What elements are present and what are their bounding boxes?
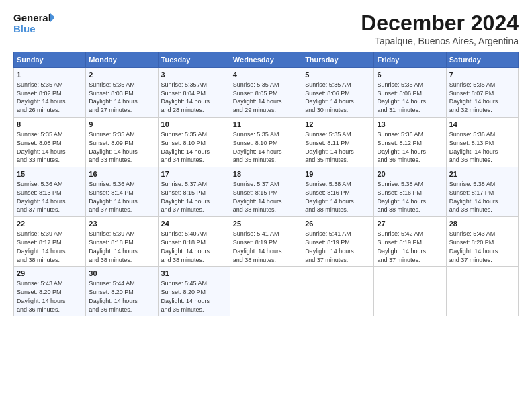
table-cell: 24Sunrise: 5:40 AMSunset: 8:18 PMDayligh… bbox=[158, 217, 230, 267]
table-cell: 26Sunrise: 5:41 AMSunset: 8:19 PMDayligh… bbox=[302, 217, 374, 267]
cell-line: and 38 minutes. bbox=[377, 206, 420, 213]
cell-line: Sunset: 8:08 PM bbox=[17, 140, 62, 146]
day-number: 27 bbox=[377, 219, 443, 229]
cell-line: and 31 minutes. bbox=[377, 107, 420, 113]
cell-line: Sunrise: 5:35 AM bbox=[89, 131, 135, 138]
cell-line: Sunrise: 5:35 AM bbox=[233, 131, 279, 138]
day-number: 26 bbox=[305, 219, 371, 229]
cell-line: and 29 minutes. bbox=[233, 107, 276, 113]
day-number: 19 bbox=[305, 169, 371, 179]
cell-line: Sunrise: 5:41 AM bbox=[305, 230, 351, 237]
table-row: 29Sunrise: 5:43 AMSunset: 8:20 PMDayligh… bbox=[14, 267, 519, 316]
table-row: 1Sunrise: 5:35 AMSunset: 8:02 PMDaylight… bbox=[14, 68, 519, 118]
cell-line: and 37 minutes. bbox=[305, 257, 348, 263]
cell-line: Sunrise: 5:45 AM bbox=[161, 280, 208, 287]
cell-line: Sunset: 8:06 PM bbox=[305, 90, 350, 97]
header: General Blue December 2024 Tapalque, Bue… bbox=[13, 11, 519, 46]
cell-line: Sunrise: 5:43 AM bbox=[449, 230, 496, 237]
logo: General Blue bbox=[13, 11, 54, 36]
day-number: 29 bbox=[17, 269, 83, 279]
day-number: 5 bbox=[305, 70, 371, 80]
cell-line: Daylight: 14 hours bbox=[89, 148, 138, 155]
cell-line: Sunset: 8:19 PM bbox=[377, 239, 422, 246]
cell-line: and 36 minutes. bbox=[89, 306, 132, 313]
table-cell bbox=[230, 267, 302, 316]
cell-line: Daylight: 14 hours bbox=[233, 98, 282, 105]
table-cell: 9Sunrise: 5:35 AMSunset: 8:09 PMDaylight… bbox=[86, 118, 158, 167]
cell-line: Sunset: 8:15 PM bbox=[161, 189, 206, 196]
cell-line: Sunset: 8:19 PM bbox=[233, 239, 278, 246]
cell-line: and 38 minutes. bbox=[17, 257, 60, 263]
day-number: 31 bbox=[161, 269, 227, 279]
table-cell: 13Sunrise: 5:36 AMSunset: 8:12 PMDayligh… bbox=[374, 118, 446, 167]
cell-line: and 35 minutes. bbox=[233, 156, 276, 163]
day-number: 2 bbox=[89, 70, 154, 80]
cell-line: Sunrise: 5:38 AM bbox=[305, 181, 351, 187]
table-cell: 17Sunrise: 5:37 AMSunset: 8:15 PMDayligh… bbox=[158, 167, 230, 217]
table-cell: 22Sunrise: 5:39 AMSunset: 8:17 PMDayligh… bbox=[14, 217, 86, 267]
table-cell: 2Sunrise: 5:35 AMSunset: 8:03 PMDaylight… bbox=[86, 68, 158, 118]
cell-line: Sunrise: 5:37 AM bbox=[233, 181, 279, 187]
table-cell: 19Sunrise: 5:38 AMSunset: 8:16 PMDayligh… bbox=[302, 167, 374, 217]
day-number: 7 bbox=[449, 70, 515, 80]
svg-text:General: General bbox=[13, 12, 51, 24]
title-block: December 2024 Tapalque, Buenos Aires, Ar… bbox=[361, 11, 519, 46]
cell-line: Sunset: 8:20 PM bbox=[449, 239, 494, 246]
cell-line: and 38 minutes. bbox=[89, 257, 132, 263]
table-cell: 8Sunrise: 5:35 AMSunset: 8:08 PMDaylight… bbox=[14, 118, 86, 167]
cell-line: Daylight: 14 hours bbox=[233, 148, 282, 155]
cell-line: Daylight: 14 hours bbox=[233, 248, 282, 255]
day-number: 6 bbox=[377, 70, 443, 80]
table-cell bbox=[302, 267, 374, 316]
table-cell: 30Sunrise: 5:44 AMSunset: 8:20 PMDayligh… bbox=[86, 267, 158, 316]
cell-line: Sunrise: 5:36 AM bbox=[17, 181, 63, 187]
table-cell: 10Sunrise: 5:35 AMSunset: 8:10 PMDayligh… bbox=[158, 118, 230, 167]
main-title: December 2024 bbox=[361, 11, 519, 36]
cell-line: Daylight: 14 hours bbox=[161, 248, 210, 255]
col-saturday: Saturday bbox=[446, 52, 518, 68]
cell-line: Daylight: 14 hours bbox=[233, 198, 282, 205]
cell-line: Sunrise: 5:41 AM bbox=[233, 230, 279, 237]
cell-line: Sunset: 8:10 PM bbox=[161, 140, 206, 146]
cell-line: and 32 minutes. bbox=[449, 107, 492, 113]
col-wednesday: Wednesday bbox=[230, 52, 302, 68]
cell-line: Daylight: 14 hours bbox=[449, 248, 498, 255]
col-sunday: Sunday bbox=[14, 52, 86, 68]
table-cell: 1Sunrise: 5:35 AMSunset: 8:02 PMDaylight… bbox=[14, 68, 86, 118]
cell-line: Sunrise: 5:36 AM bbox=[377, 131, 423, 138]
cell-line: Sunset: 8:15 PM bbox=[233, 189, 278, 196]
cell-line: and 27 minutes. bbox=[89, 107, 132, 113]
cell-line: Sunset: 8:07 PM bbox=[449, 90, 494, 97]
cell-line: Sunset: 8:20 PM bbox=[161, 289, 206, 295]
cell-line: Sunrise: 5:37 AM bbox=[161, 181, 208, 187]
day-number: 8 bbox=[17, 120, 83, 130]
cell-line: Daylight: 14 hours bbox=[449, 98, 498, 105]
cell-line: Sunrise: 5:42 AM bbox=[377, 230, 423, 237]
table-cell: 28Sunrise: 5:43 AMSunset: 8:20 PMDayligh… bbox=[446, 217, 518, 267]
cell-line: Sunrise: 5:43 AM bbox=[17, 280, 63, 287]
cell-line: Sunset: 8:13 PM bbox=[17, 189, 62, 196]
day-number: 13 bbox=[377, 120, 443, 130]
cell-line: Daylight: 14 hours bbox=[17, 98, 66, 105]
table-row: 8Sunrise: 5:35 AMSunset: 8:08 PMDaylight… bbox=[14, 118, 519, 167]
table-cell: 21Sunrise: 5:38 AMSunset: 8:17 PMDayligh… bbox=[446, 167, 518, 217]
cell-line: Sunset: 8:19 PM bbox=[305, 239, 350, 246]
cell-line: Daylight: 14 hours bbox=[17, 298, 66, 304]
cell-line: and 26 minutes. bbox=[17, 107, 60, 113]
cell-line: Sunrise: 5:38 AM bbox=[377, 181, 423, 187]
col-tuesday: Tuesday bbox=[158, 52, 230, 68]
cell-line: and 38 minutes. bbox=[161, 257, 204, 263]
day-number: 15 bbox=[17, 169, 83, 179]
cell-line: Sunset: 8:18 PM bbox=[89, 239, 134, 246]
day-number: 24 bbox=[161, 219, 227, 229]
day-number: 9 bbox=[89, 120, 154, 130]
day-number: 16 bbox=[89, 169, 154, 179]
cell-line: and 34 minutes. bbox=[161, 156, 204, 163]
cell-line: and 33 minutes. bbox=[89, 156, 132, 163]
cell-line: Daylight: 14 hours bbox=[305, 248, 354, 255]
table-cell: 11Sunrise: 5:35 AMSunset: 8:10 PMDayligh… bbox=[230, 118, 302, 167]
cell-line: Sunrise: 5:35 AM bbox=[161, 81, 208, 88]
day-number: 14 bbox=[449, 120, 515, 130]
cell-line: Daylight: 14 hours bbox=[89, 298, 138, 304]
cell-line: and 33 minutes. bbox=[17, 156, 60, 163]
